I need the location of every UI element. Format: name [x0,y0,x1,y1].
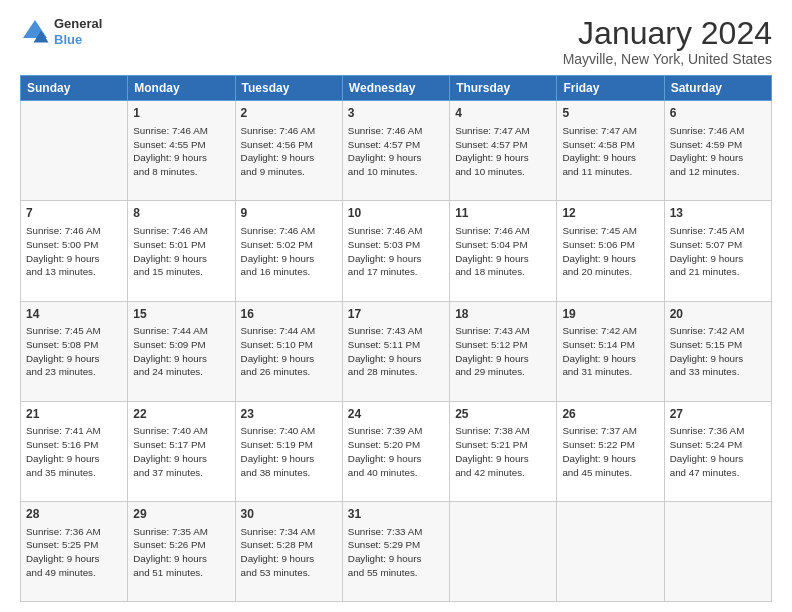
day-info: Sunrise: 7:34 AM Sunset: 5:28 PM Dayligh… [241,525,337,580]
logo-line2: Blue [54,32,82,47]
day-info: Sunrise: 7:45 AM Sunset: 5:06 PM Dayligh… [562,224,658,279]
calendar-cell: 5Sunrise: 7:47 AM Sunset: 4:58 PM Daylig… [557,101,664,201]
calendar-cell: 22Sunrise: 7:40 AM Sunset: 5:17 PM Dayli… [128,401,235,501]
day-info: Sunrise: 7:46 AM Sunset: 4:57 PM Dayligh… [348,124,444,179]
day-number: 31 [348,506,444,523]
calendar-cell: 2Sunrise: 7:46 AM Sunset: 4:56 PM Daylig… [235,101,342,201]
day-info: Sunrise: 7:43 AM Sunset: 5:12 PM Dayligh… [455,324,551,379]
header-day-sunday: Sunday [21,76,128,101]
day-number: 2 [241,105,337,122]
day-info: Sunrise: 7:40 AM Sunset: 5:17 PM Dayligh… [133,424,229,479]
day-number: 19 [562,306,658,323]
header-day-monday: Monday [128,76,235,101]
day-number: 4 [455,105,551,122]
day-info: Sunrise: 7:46 AM Sunset: 4:59 PM Dayligh… [670,124,766,179]
day-number: 27 [670,406,766,423]
day-number: 18 [455,306,551,323]
calendar-cell [664,501,771,601]
day-info: Sunrise: 7:40 AM Sunset: 5:19 PM Dayligh… [241,424,337,479]
calendar-cell: 17Sunrise: 7:43 AM Sunset: 5:11 PM Dayli… [342,301,449,401]
calendar-cell: 12Sunrise: 7:45 AM Sunset: 5:06 PM Dayli… [557,201,664,301]
day-number: 14 [26,306,122,323]
calendar-cell: 27Sunrise: 7:36 AM Sunset: 5:24 PM Dayli… [664,401,771,501]
day-info: Sunrise: 7:38 AM Sunset: 5:21 PM Dayligh… [455,424,551,479]
calendar-cell: 24Sunrise: 7:39 AM Sunset: 5:20 PM Dayli… [342,401,449,501]
calendar-cell: 31Sunrise: 7:33 AM Sunset: 5:29 PM Dayli… [342,501,449,601]
calendar-cell: 3Sunrise: 7:46 AM Sunset: 4:57 PM Daylig… [342,101,449,201]
day-info: Sunrise: 7:42 AM Sunset: 5:15 PM Dayligh… [670,324,766,379]
calendar-cell: 6Sunrise: 7:46 AM Sunset: 4:59 PM Daylig… [664,101,771,201]
calendar-cell: 20Sunrise: 7:42 AM Sunset: 5:15 PM Dayli… [664,301,771,401]
calendar-cell: 1Sunrise: 7:46 AM Sunset: 4:55 PM Daylig… [128,101,235,201]
logo-icon [20,17,50,47]
calendar-cell: 13Sunrise: 7:45 AM Sunset: 5:07 PM Dayli… [664,201,771,301]
day-number: 11 [455,205,551,222]
day-number: 29 [133,506,229,523]
header-row: SundayMondayTuesdayWednesdayThursdayFrid… [21,76,772,101]
day-info: Sunrise: 7:39 AM Sunset: 5:20 PM Dayligh… [348,424,444,479]
day-info: Sunrise: 7:35 AM Sunset: 5:26 PM Dayligh… [133,525,229,580]
calendar-week-5: 28Sunrise: 7:36 AM Sunset: 5:25 PM Dayli… [21,501,772,601]
calendar-cell: 10Sunrise: 7:46 AM Sunset: 5:03 PM Dayli… [342,201,449,301]
day-info: Sunrise: 7:43 AM Sunset: 5:11 PM Dayligh… [348,324,444,379]
day-info: Sunrise: 7:46 AM Sunset: 5:03 PM Dayligh… [348,224,444,279]
header-day-thursday: Thursday [450,76,557,101]
day-info: Sunrise: 7:36 AM Sunset: 5:25 PM Dayligh… [26,525,122,580]
day-info: Sunrise: 7:47 AM Sunset: 4:58 PM Dayligh… [562,124,658,179]
logo: General Blue [20,16,102,47]
calendar-header: SundayMondayTuesdayWednesdayThursdayFrid… [21,76,772,101]
day-info: Sunrise: 7:46 AM Sunset: 5:02 PM Dayligh… [241,224,337,279]
day-number: 20 [670,306,766,323]
day-info: Sunrise: 7:36 AM Sunset: 5:24 PM Dayligh… [670,424,766,479]
calendar-week-2: 7Sunrise: 7:46 AM Sunset: 5:00 PM Daylig… [21,201,772,301]
calendar-table: SundayMondayTuesdayWednesdayThursdayFrid… [20,75,772,602]
day-number: 16 [241,306,337,323]
header: General Blue January 2024 Mayville, New … [20,16,772,67]
calendar-body: 1Sunrise: 7:46 AM Sunset: 4:55 PM Daylig… [21,101,772,602]
day-info: Sunrise: 7:44 AM Sunset: 5:09 PM Dayligh… [133,324,229,379]
day-info: Sunrise: 7:45 AM Sunset: 5:07 PM Dayligh… [670,224,766,279]
calendar-cell: 18Sunrise: 7:43 AM Sunset: 5:12 PM Dayli… [450,301,557,401]
calendar-cell: 9Sunrise: 7:46 AM Sunset: 5:02 PM Daylig… [235,201,342,301]
calendar-cell: 30Sunrise: 7:34 AM Sunset: 5:28 PM Dayli… [235,501,342,601]
subtitle: Mayville, New York, United States [563,51,772,67]
day-number: 1 [133,105,229,122]
calendar-cell [557,501,664,601]
day-number: 21 [26,406,122,423]
title-block: January 2024 Mayville, New York, United … [563,16,772,67]
day-info: Sunrise: 7:41 AM Sunset: 5:16 PM Dayligh… [26,424,122,479]
calendar-cell [21,101,128,201]
day-number: 25 [455,406,551,423]
day-number: 10 [348,205,444,222]
day-info: Sunrise: 7:46 AM Sunset: 5:04 PM Dayligh… [455,224,551,279]
calendar-week-1: 1Sunrise: 7:46 AM Sunset: 4:55 PM Daylig… [21,101,772,201]
day-info: Sunrise: 7:44 AM Sunset: 5:10 PM Dayligh… [241,324,337,379]
calendar-cell: 8Sunrise: 7:46 AM Sunset: 5:01 PM Daylig… [128,201,235,301]
day-info: Sunrise: 7:45 AM Sunset: 5:08 PM Dayligh… [26,324,122,379]
calendar-cell: 11Sunrise: 7:46 AM Sunset: 5:04 PM Dayli… [450,201,557,301]
day-number: 13 [670,205,766,222]
day-number: 3 [348,105,444,122]
day-info: Sunrise: 7:46 AM Sunset: 5:01 PM Dayligh… [133,224,229,279]
day-number: 24 [348,406,444,423]
calendar-cell: 15Sunrise: 7:44 AM Sunset: 5:09 PM Dayli… [128,301,235,401]
day-info: Sunrise: 7:46 AM Sunset: 4:55 PM Dayligh… [133,124,229,179]
day-number: 12 [562,205,658,222]
page: General Blue January 2024 Mayville, New … [0,0,792,612]
calendar-week-3: 14Sunrise: 7:45 AM Sunset: 5:08 PM Dayli… [21,301,772,401]
day-number: 15 [133,306,229,323]
calendar-cell: 28Sunrise: 7:36 AM Sunset: 5:25 PM Dayli… [21,501,128,601]
calendar-cell [450,501,557,601]
header-day-wednesday: Wednesday [342,76,449,101]
day-number: 6 [670,105,766,122]
day-number: 23 [241,406,337,423]
calendar-cell: 23Sunrise: 7:40 AM Sunset: 5:19 PM Dayli… [235,401,342,501]
day-info: Sunrise: 7:47 AM Sunset: 4:57 PM Dayligh… [455,124,551,179]
header-day-friday: Friday [557,76,664,101]
logo-line1: General [54,16,102,32]
calendar-cell: 14Sunrise: 7:45 AM Sunset: 5:08 PM Dayli… [21,301,128,401]
day-number: 17 [348,306,444,323]
day-number: 7 [26,205,122,222]
day-number: 30 [241,506,337,523]
day-info: Sunrise: 7:37 AM Sunset: 5:22 PM Dayligh… [562,424,658,479]
